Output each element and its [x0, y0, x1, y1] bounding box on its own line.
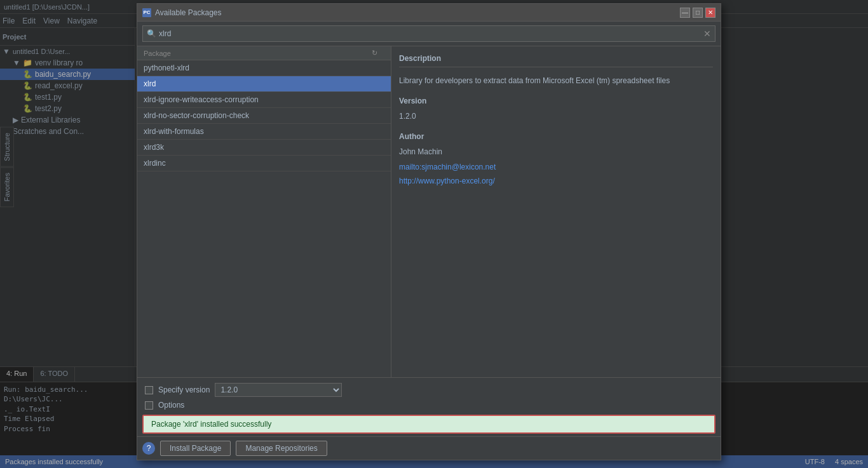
specify-version-checkbox[interactable]	[145, 386, 153, 394]
dialog-minimize-btn[interactable]: —	[680, 8, 690, 18]
dialog-close-btn[interactable]: ✕	[705, 8, 715, 18]
specify-version-row: Specify version 1.2.0	[145, 383, 713, 397]
package-name-xlrdinc: xlrdinc	[144, 159, 166, 168]
desc-url-link[interactable]: http://www.python-excel.org/	[399, 177, 713, 185]
desc-author-value: John Machin	[399, 146, 713, 157]
pc-icon: PC	[142, 8, 151, 17]
package-item-xlrd-no-sector[interactable]: xlrd-no-sector-corruption-check	[137, 108, 391, 124]
package-list-header: Package ↻	[137, 46, 391, 60]
install-package-button[interactable]: Install Package	[160, 441, 231, 456]
options-row: Options	[145, 401, 713, 410]
list-header-label: Package	[144, 50, 372, 57]
package-item-xlrdinc[interactable]: xlrdinc	[137, 156, 391, 171]
dialog-controls: — □ ✕	[680, 8, 715, 18]
dialog-maximize-btn[interactable]: □	[693, 8, 703, 18]
package-name-xlrd-with-formulas: xlrd-with-formulas	[144, 127, 204, 136]
available-packages-dialog: PC Available Packages — □ ✕ 🔍 ✕ Package …	[137, 3, 721, 460]
package-item-xlrd[interactable]: xlrd	[137, 76, 391, 92]
package-item-pythonetl[interactable]: pythonetl-xlrd	[137, 60, 391, 76]
dialog-titlebar: PC Available Packages — □ ✕	[137, 4, 721, 22]
package-name-xlrd3k: xlrd3k	[144, 143, 164, 152]
install-status-bar: Package 'xlrd' installed successfully	[142, 415, 715, 434]
desc-header: Description	[399, 54, 713, 67]
description-panel: Description Library for developers to ex…	[391, 46, 721, 377]
version-select[interactable]: 1.2.0	[215, 383, 342, 397]
manage-repositories-button[interactable]: Manage Repositories	[236, 441, 327, 456]
options-checkbox[interactable]	[145, 401, 153, 410]
help-button[interactable]: ?	[142, 442, 155, 455]
dialog-title-area: PC Available Packages	[142, 8, 222, 17]
install-status-text: Package 'xlrd' installed successfully	[151, 420, 271, 429]
package-name-xlrd: xlrd	[144, 79, 156, 88]
desc-version-value: 1.2.0	[399, 110, 713, 122]
dialog-body: Package ↻ pythonetl-xlrd xlrd xlrd-ignor…	[137, 46, 721, 460]
package-name-xlrd-no-sector: xlrd-no-sector-corruption-check	[144, 111, 249, 120]
package-name-xlrd-ignore: xlrd-ignore-writeaccess-corruption	[144, 95, 259, 104]
package-item-xlrd-with-formulas[interactable]: xlrd-with-formulas	[137, 124, 391, 140]
package-item-xlrd3k[interactable]: xlrd3k	[137, 140, 391, 156]
refresh-icon[interactable]: ↻	[372, 49, 384, 57]
dialog-actions: ? Install Package Manage Repositories	[137, 436, 721, 460]
search-icon: 🔍	[147, 29, 156, 38]
package-name-pythonetl: pythonetl-xlrd	[144, 64, 189, 72]
desc-email-link[interactable]: mailto:sjmachin@lexicon.net	[399, 163, 713, 171]
search-input[interactable]	[159, 29, 701, 38]
options-label: Options	[158, 401, 184, 410]
desc-version-label: Version	[399, 97, 713, 105]
packages-area: Package ↻ pythonetl-xlrd xlrd xlrd-ignor…	[137, 46, 721, 377]
search-input-wrap: 🔍 ✕	[142, 25, 715, 42]
search-bar: 🔍 ✕	[137, 22, 721, 46]
desc-text: Library for developers to extract data f…	[399, 75, 713, 86]
dialog-options: Specify version 1.2.0 Options	[137, 377, 721, 415]
desc-author-label: Author	[399, 132, 713, 141]
search-clear-icon[interactable]: ✕	[703, 29, 711, 38]
dialog-title-text: Available Packages	[155, 8, 222, 17]
package-list: Package ↻ pythonetl-xlrd xlrd xlrd-ignor…	[137, 46, 391, 377]
package-item-xlrd-ignore[interactable]: xlrd-ignore-writeaccess-corruption	[137, 92, 391, 108]
specify-version-label: Specify version	[158, 385, 210, 394]
